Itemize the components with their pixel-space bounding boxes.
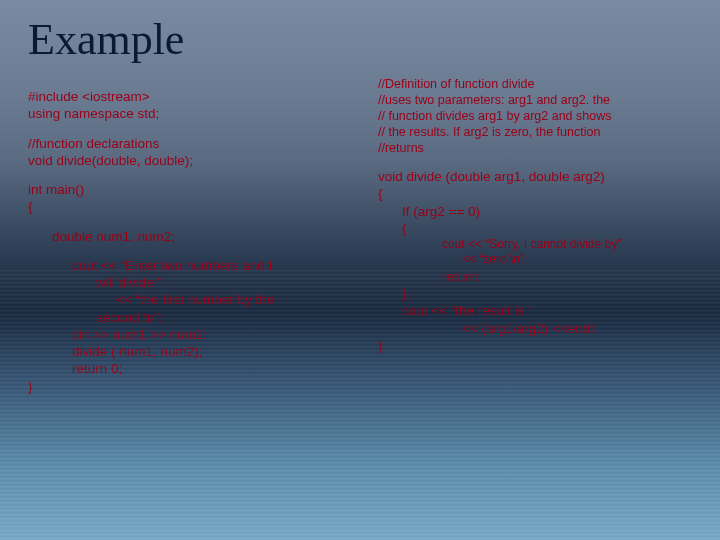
code-line: { <box>28 198 363 215</box>
code-line: { <box>378 185 708 202</box>
code-line: << “the first number by the <box>72 291 363 308</box>
code-line: using namespace std; <box>28 105 363 122</box>
code-line: second \n”; <box>72 309 363 326</box>
comment-line: //returns <box>378 140 708 156</box>
code-line: } <box>378 285 708 302</box>
code-line: } <box>378 337 708 354</box>
code-line: << (arg1/arg2) <<endl; <box>378 320 708 337</box>
code-line: #include <iostream> <box>28 88 363 105</box>
comment-line: //uses two parameters: arg1 and arg2. th… <box>378 92 708 108</box>
code-line: { <box>378 220 708 237</box>
code-line: return; <box>378 268 708 285</box>
code-line: << “zero \n”; <box>378 252 708 267</box>
code-line: } <box>28 378 363 395</box>
code-line: divide ( num1, num2); <box>72 343 363 360</box>
slide: Example #include <iostream> using namesp… <box>0 0 720 540</box>
code-line: void divide(double, double); <box>28 152 363 169</box>
code-line: void divide (double arg1, double arg2) <box>378 168 708 185</box>
slide-title: Example <box>28 14 184 65</box>
code-line: cin >> num1 >> num2; <box>72 326 363 343</box>
code-line: double num1, num2; <box>52 228 363 245</box>
code-line: cout << “the result is ” <box>378 302 708 319</box>
code-line: return 0; <box>72 360 363 377</box>
code-column-right: //Definition of function divide //uses t… <box>378 76 708 354</box>
code-line: //function declarations <box>28 135 363 152</box>
code-line: will divide ” <box>72 274 363 291</box>
comment-line: // the results. If arg2 is zero, the fun… <box>378 124 708 140</box>
code-line: cout << “Sorry, I cannot divide by” <box>378 237 708 252</box>
comment-line: // function divides arg1 by arg2 and sho… <box>378 108 708 124</box>
code-line: int main() <box>28 181 363 198</box>
comment-line: //Definition of function divide <box>378 76 708 92</box>
code-line: cout << “Enter two numbers and I <box>72 257 363 274</box>
code-line: If (arg2 == 0) <box>378 203 708 220</box>
code-column-left: #include <iostream> using namespace std;… <box>28 88 363 395</box>
